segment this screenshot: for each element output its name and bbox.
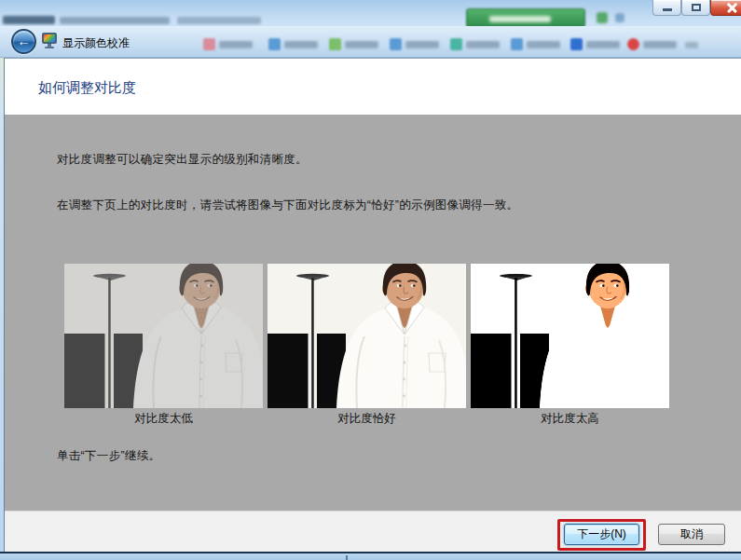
photo-man-low-contrast xyxy=(64,264,263,408)
example-image-contrast-too-low xyxy=(64,264,263,408)
back-arrow-icon: ← xyxy=(18,34,31,48)
browser-green-button-label-blur xyxy=(489,16,551,22)
wizard-window: 如何调整对比度 对比度调整可以确定突出显示的级别和清晰度。 在调整下页上的对比度… xyxy=(4,58,741,552)
browser-url-text-blur xyxy=(3,16,55,24)
cancel-button[interactable]: 取消 xyxy=(658,524,725,545)
example-image-contrast-just-right xyxy=(268,264,466,408)
bookmark-favicon xyxy=(203,38,215,50)
photo-man-good-contrast xyxy=(268,264,466,408)
window-controls xyxy=(652,0,741,16)
example-label-too-low: 对比度太低 xyxy=(64,411,263,427)
bookmark-favicon xyxy=(390,38,402,50)
example-label-just-right: 对比度恰好 xyxy=(268,411,466,427)
taskbar-divider-line xyxy=(346,555,348,560)
browser-toolbar-icon xyxy=(597,12,608,23)
minimize-icon xyxy=(663,8,672,11)
wizard-title: 显示颜色校准 xyxy=(62,35,130,51)
bookmark-favicon xyxy=(329,38,341,50)
bookmark-favicon xyxy=(511,38,523,50)
bookmark-overflow-blur xyxy=(685,42,698,48)
monitor-screen xyxy=(42,33,57,44)
bookmark-favicon xyxy=(627,38,639,50)
bookmark-favicon xyxy=(450,38,462,50)
screen: ← 显示颜色校准 如何调整对比度 对比度调整可以确定突出显示的级别和清晰度。 在… xyxy=(0,0,741,560)
next-button[interactable]: 下一步(N) xyxy=(564,524,639,545)
close-button[interactable] xyxy=(710,0,741,16)
bookmark-text-blur xyxy=(466,41,500,48)
browser-green-button[interactable] xyxy=(466,8,585,28)
instruction-paragraph-3: 单击“下一步”继续。 xyxy=(57,448,160,464)
example-label-too-high: 对比度太高 xyxy=(471,411,669,427)
monitor-base xyxy=(45,47,54,48)
page-title: 如何调整对比度 xyxy=(38,79,136,97)
browser-url-text-blur xyxy=(177,17,261,24)
instruction-paragraph-1: 对比度调整可以确定突出显示的级别和清晰度。 xyxy=(57,152,308,168)
wizard-header: 如何调整对比度 xyxy=(5,59,741,115)
wizard-titlebar: ← 显示颜色校准 xyxy=(0,26,741,58)
browser-toolbar-icon xyxy=(615,13,624,22)
maximize-icon xyxy=(692,4,701,11)
back-button[interactable]: ← xyxy=(11,29,36,54)
instruction-paragraph-2: 在调整下页上的对比度时，请尝试将图像与下面对比度标为“恰好”的示例图像调得一致。 xyxy=(57,198,518,213)
bookmark-text-blur xyxy=(643,41,677,48)
bookmark-text-blur xyxy=(345,41,378,48)
bookmark-text-blur xyxy=(527,41,560,48)
wizard-footer: 下一步(N) 取消 xyxy=(5,511,741,553)
bookmark-text-blur xyxy=(284,41,318,48)
bookmark-favicon xyxy=(570,38,583,50)
window-bottom-glass-border xyxy=(0,552,741,560)
display-calibration-icon xyxy=(42,33,57,48)
maximize-button[interactable] xyxy=(681,0,710,16)
browser-url-text-blur xyxy=(60,17,170,24)
bookmark-text-blur xyxy=(405,41,439,48)
wizard-body: 对比度调整可以确定突出显示的级别和清晰度。 在调整下页上的对比度时，请尝试将图像… xyxy=(5,115,741,511)
bookmark-text-blur xyxy=(219,41,253,48)
example-image-contrast-too-high xyxy=(471,264,669,408)
bookmark-favicon xyxy=(268,38,281,50)
bookmark-text-blur xyxy=(586,41,620,48)
minimize-button[interactable] xyxy=(652,0,681,16)
photo-man-high-contrast xyxy=(471,264,669,408)
